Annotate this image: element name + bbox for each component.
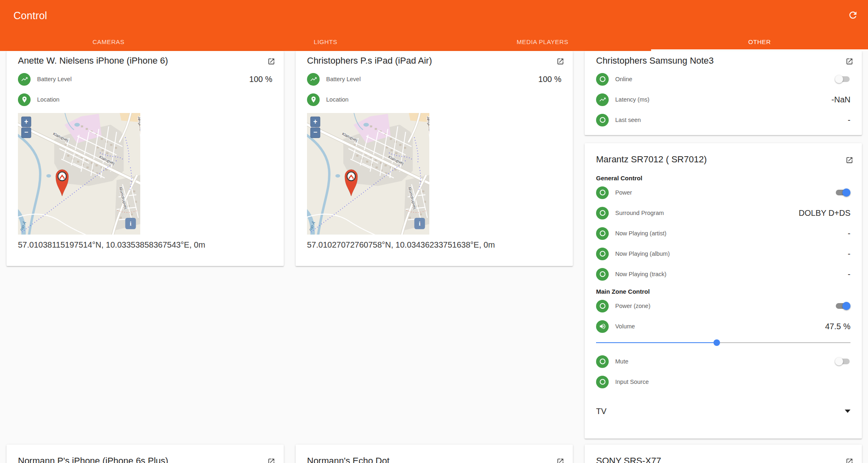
svg-text:−: − xyxy=(24,128,29,137)
location-map[interactable]: Klarupvej Klarupvej Romdrupvej Jørgensmi… xyxy=(307,113,429,235)
open-entity-icon[interactable] xyxy=(846,156,854,164)
circle-outline-icon xyxy=(596,186,609,199)
map-attribution-button[interactable]: i xyxy=(125,218,136,229)
tab-cameras[interactable]: CAMERAS xyxy=(0,32,217,51)
card-title: Normann P's iPhone (iPhone 6s Plus) xyxy=(18,455,272,463)
map-zoom-in-button[interactable]: + xyxy=(311,117,320,127)
svg-text:+: + xyxy=(24,117,29,126)
gps-coordinates: 57.01027072760758°N, 10.03436233751638°E… xyxy=(307,239,561,250)
page-title: Control xyxy=(13,10,47,22)
tab-lights[interactable]: LIGHTS xyxy=(217,32,434,51)
entity-row-now-playing-track: Now Playing (track) - xyxy=(596,264,850,284)
entity-row-battery: Battery Level 100 % xyxy=(307,69,561,89)
entity-value: 100 % xyxy=(249,75,272,84)
tab-media-players[interactable]: MEDIA PLAYERS xyxy=(434,32,651,51)
entity-value: 100 % xyxy=(538,75,561,84)
open-entity-icon[interactable] xyxy=(267,458,276,463)
mute-toggle[interactable] xyxy=(835,357,850,366)
open-entity-icon[interactable] xyxy=(267,58,276,66)
volume-slider[interactable] xyxy=(596,337,850,349)
entity-label: Volume xyxy=(615,323,635,330)
entity-label: Online xyxy=(615,76,632,82)
entity-row-input-source: Input Source xyxy=(596,372,850,392)
circle-outline-icon xyxy=(596,300,609,312)
source-select[interactable]: TV xyxy=(596,405,850,417)
entity-row-online: Online xyxy=(596,69,850,89)
map-canvas: Klarupvej Klarupvej Romdrupvej Jørgensmi… xyxy=(307,113,429,235)
location-map[interactable]: Klarupvej Klarupvej Romdrupvej Jørgensmi… xyxy=(18,113,140,235)
entity-label: Battery Level xyxy=(326,76,361,82)
map-zoom-out-button[interactable]: − xyxy=(22,128,31,138)
entity-label: Last seen xyxy=(615,117,641,123)
circle-outline-icon xyxy=(596,227,609,240)
circle-outline-icon xyxy=(596,207,609,219)
card-title: Marantz SR7012 ( SR7012) xyxy=(596,154,850,165)
circle-outline-icon xyxy=(596,376,609,388)
card-samsung-note3: Christophers Samsung Note3 Online Latenc… xyxy=(585,51,862,135)
power-toggle[interactable] xyxy=(835,188,850,197)
entity-row-volume: Volume 47.5 % xyxy=(596,316,850,337)
entity-label: Now Playing (album) xyxy=(615,250,670,257)
tab-other[interactable]: OTHER xyxy=(651,32,868,51)
entity-row-mute: Mute xyxy=(596,351,850,372)
card-title: SONY SRS-X77 xyxy=(596,455,850,463)
entity-value: - xyxy=(848,249,850,259)
tab-label: CAMERAS xyxy=(93,38,124,45)
online-toggle[interactable] xyxy=(835,75,850,83)
card-sony-speaker: SONY SRS-X77 xyxy=(585,445,862,463)
entity-label: Location xyxy=(326,96,349,103)
entity-value: - xyxy=(848,270,850,279)
map-zoom-out-button[interactable]: − xyxy=(311,128,320,138)
volume-high-icon xyxy=(596,320,609,333)
entity-value: -NaN xyxy=(831,95,850,104)
section-main-zone-control: Main Zone Control xyxy=(596,288,850,296)
circle-outline-icon xyxy=(596,73,609,86)
trending-up-icon xyxy=(18,73,31,86)
entity-row-now-playing-artist: Now Playing (artist) - xyxy=(596,223,850,244)
entity-label: Power xyxy=(615,189,632,196)
map-attribution-button[interactable]: i xyxy=(414,218,425,229)
open-entity-icon[interactable] xyxy=(846,458,854,463)
card-title: Anette W. Nielsens iPhone (iPhone 6) xyxy=(18,55,272,66)
selected-source: TV xyxy=(596,407,607,416)
entity-label: Power (zone) xyxy=(615,303,650,309)
map-marker-icon xyxy=(18,93,31,106)
entity-value: - xyxy=(848,229,850,238)
card-anette-iphone: Anette W. Nielsens iPhone (iPhone 6) Bat… xyxy=(7,51,284,266)
entity-label: Input Source xyxy=(615,379,649,385)
card-title: Christophers P.s iPad (iPad Air) xyxy=(307,55,561,66)
svg-text:+: + xyxy=(314,117,318,126)
circle-outline-icon xyxy=(596,355,609,368)
entity-label: Location xyxy=(37,96,60,103)
open-entity-icon[interactable] xyxy=(557,58,565,66)
refresh-icon[interactable] xyxy=(848,10,859,21)
card-normann-echo: Normann's Echo Dot xyxy=(296,445,573,463)
map-canvas: Klarupvej Klarupvej Romdrupvej Jørgensmi… xyxy=(18,113,140,235)
entity-row-location: Location xyxy=(307,89,561,110)
entity-row-latency: Latency (ms) -NaN xyxy=(596,89,850,110)
volume-slider-thumb[interactable] xyxy=(713,339,720,346)
entity-label: Surround Program xyxy=(615,210,664,216)
card-marantz: Marantz SR7012 ( SR7012) General Control… xyxy=(585,143,862,439)
power-zone-toggle[interactable] xyxy=(835,302,850,310)
entity-value: 47.5 % xyxy=(825,322,850,331)
entity-label: Latency (ms) xyxy=(615,96,649,103)
circle-outline-icon xyxy=(596,114,609,126)
map-zoom-in-button[interactable]: + xyxy=(22,117,31,127)
content-area: Anette W. Nielsens iPhone (iPhone 6) Bat… xyxy=(0,51,868,463)
svg-text:i: i xyxy=(419,220,420,227)
svg-text:i: i xyxy=(130,220,131,227)
entity-row-power-zone: Power (zone) xyxy=(596,296,850,316)
open-entity-icon[interactable] xyxy=(846,58,854,66)
entity-label: Now Playing (track) xyxy=(615,271,667,277)
entity-label: Mute xyxy=(615,358,628,365)
app-header: Control CAMERAS LIGHTS MEDIA PLAYERS OTH… xyxy=(0,0,868,51)
tab-label: OTHER xyxy=(748,38,771,45)
entity-row-battery: Battery Level 100 % xyxy=(18,69,272,89)
tab-bar: CAMERAS LIGHTS MEDIA PLAYERS OTHER xyxy=(0,32,868,51)
open-entity-icon[interactable] xyxy=(557,458,565,463)
entity-label: Battery Level xyxy=(37,76,72,82)
entity-label: Now Playing (artist) xyxy=(615,230,667,237)
circle-outline-icon xyxy=(596,268,609,281)
trending-up-icon xyxy=(596,93,609,106)
